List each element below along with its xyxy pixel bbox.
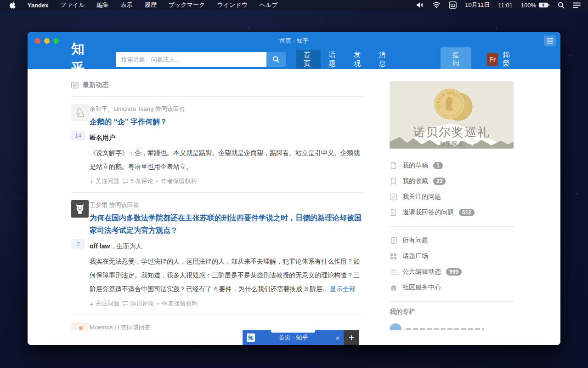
- plus-icon: +: [90, 178, 94, 185]
- feed-item: 王梦雨 赞同该回答 为何在国内多数法学院都还在主张苏联的刑法四要件学说之时，日德…: [71, 193, 363, 308]
- window-title: 首页 - 知乎: [28, 32, 560, 50]
- answerer-avatar-cat[interactable]: [71, 200, 89, 218]
- tab-close-icon[interactable]: ×: [332, 334, 344, 342]
- browser-tabstrip: 知 首页 - 知乎 × +: [243, 330, 359, 345]
- battery-percent: 100%: [521, 2, 536, 9]
- feed-item-meta[interactable]: 王梦雨 赞同该回答: [90, 200, 363, 210]
- sidebar-item-all-questions[interactable]: 所有问题: [390, 233, 514, 248]
- comments-action[interactable]: 5 条评论: [122, 177, 153, 185]
- home-icon: [390, 284, 397, 291]
- spotlight-search-icon[interactable]: [558, 2, 565, 9]
- feed-header-label: 最新动态: [83, 81, 108, 89]
- battery-charging-icon: [538, 2, 549, 8]
- battery-status[interactable]: 100%: [521, 2, 549, 9]
- wifi-icon[interactable]: [432, 2, 441, 8]
- show-all-link[interactable]: 显示全部: [330, 285, 356, 293]
- comment-icon: [122, 301, 129, 307]
- answer-author[interactable]: 匿名用户: [90, 134, 115, 141]
- question-title-link[interactable]: 企鹅的 “企” 字作何解？: [90, 115, 363, 128]
- topics-grid-icon: [390, 253, 397, 260]
- drafts-count-badge: 1: [433, 162, 443, 169]
- menubar-menu-file[interactable]: ファイル: [61, 1, 85, 9]
- rights-label[interactable]: 作者保留权利: [161, 177, 197, 185]
- macos-menubar: Yandex ファイル 編集 表示 履歴 ブックマーク ウインドウ ヘルプ 10…: [0, 0, 588, 10]
- menubar-app-name[interactable]: Yandex: [28, 2, 49, 9]
- ask-question-button[interactable]: 提问: [441, 47, 472, 71]
- feed-item-meta[interactable]: 余和平、Linkzero Tsang 赞同该回答: [90, 104, 363, 114]
- answer-excerpt: 我实在无法忍受，学过法律的人，运用法律的人，却从来不去理解，犯罪论体系有什么作用…: [90, 254, 363, 296]
- answer-excerpt: 《说文解字》：企，举踵也。本义就是踮脚。企望就是企而望，踮脚看。站立是引申义。企…: [90, 146, 363, 173]
- nobel-banner[interactable]: ALFRED.NOBEL 诺贝尔奖巡礼 知乎圆桌: [390, 81, 514, 149]
- collections-count-badge: 23: [433, 178, 446, 185]
- menubar-menu-help[interactable]: ヘルプ: [260, 1, 278, 9]
- menubar-menu-bookmarks[interactable]: ブックマーク: [169, 1, 205, 9]
- nav-tab-discover[interactable]: 发现: [346, 50, 371, 69]
- add-comment-action[interactable]: 添加评论: [122, 299, 154, 308]
- nav-tab-messages[interactable]: 消息: [371, 50, 396, 69]
- tab-title: 首页 - 知乎: [255, 334, 332, 342]
- answerer-avatar-sketch[interactable]: [71, 322, 89, 330]
- column-item-clipped[interactable]: [390, 323, 514, 330]
- search-button[interactable]: [266, 52, 286, 67]
- answerer-avatar-horse[interactable]: ♘: [71, 104, 89, 121]
- answer-author-line[interactable]: off law，生而为人: [90, 242, 363, 251]
- answer-author[interactable]: off law: [90, 242, 110, 250]
- column-avatar: [390, 323, 401, 330]
- menubar-menu-history[interactable]: 履歴: [145, 1, 157, 9]
- sidebar-item-followed-questions[interactable]: 我关注的问题: [390, 189, 514, 205]
- followed-check-icon: [390, 193, 397, 201]
- sidebar-item-topic-square[interactable]: 话题广场: [390, 248, 514, 264]
- answer-actions: +关注问题 添加评论 • 作者保留权利: [90, 299, 363, 308]
- follow-question-action[interactable]: +关注问题: [90, 299, 119, 308]
- user-avatar[interactable]: Fr: [487, 53, 498, 66]
- page-content: 最新动态 ♘ 余和平、Linkzero Tsang 赞同该回答 企鹅的 “企” …: [28, 69, 560, 345]
- feed-column: 最新动态 ♘ 余和平、Linkzero Tsang 赞同该回答 企鹅的 “企” …: [71, 69, 363, 330]
- menubar-menu-window[interactable]: ウインドウ: [217, 1, 248, 9]
- sidebar-item-community-service[interactable]: 社区服务中心: [390, 280, 514, 295]
- rights-label[interactable]: 作者保留权利: [162, 299, 198, 308]
- vote-count-badge[interactable]: 14: [71, 131, 85, 140]
- sidebar-personal-menu: 我的草稿 1 我的收藏 23 我关注的问题 邀请我回答的问题: [390, 158, 514, 220]
- banner-subtitle: 知乎圆桌: [390, 140, 514, 148]
- question-title-link[interactable]: 为何在国内多数法学院都还在主张苏联的刑法四要件学说之时，日德的新理论却被国家司法…: [90, 212, 363, 236]
- new-tab-button[interactable]: +: [344, 330, 359, 345]
- sidebar: ALFRED.NOBEL 诺贝尔奖巡礼 知乎圆桌 我的草稿 1: [390, 69, 514, 330]
- tab-favicon: 知: [247, 334, 255, 342]
- input-method-icon[interactable]: [449, 1, 457, 9]
- all-questions-icon: [390, 237, 397, 244]
- sidebar-item-invited-answers[interactable]: 邀请我回答的问题 512: [390, 205, 514, 220]
- menubar-time[interactable]: 11:01: [498, 2, 513, 9]
- sidebar-item-collections[interactable]: 我的收藏 23: [390, 173, 514, 189]
- sidebar-site-menu: 所有问题 话题广场 公共编辑动态 999 社区服务中心: [390, 233, 514, 295]
- sidebar-item-drafts[interactable]: 我的草稿 1: [390, 158, 514, 173]
- banner-title: 诺贝尔奖巡礼: [390, 124, 514, 140]
- search-input[interactable]: [116, 52, 266, 67]
- browser-tab-zhihu[interactable]: 知 首页 - 知乎 ×: [243, 330, 344, 345]
- sidebar-item-public-edits[interactable]: 公共编辑动态 999: [390, 264, 514, 280]
- tab-active-indicator: [271, 330, 315, 333]
- browser-menu-button[interactable]: [544, 35, 556, 46]
- invites-count-badge: 512: [459, 209, 475, 216]
- vote-count-badge[interactable]: 2: [71, 239, 85, 249]
- main-nav: 首页 话题 发现 消息: [296, 50, 396, 69]
- follow-question-action[interactable]: +关注问题: [90, 177, 119, 185]
- feed-item-meta[interactable]: Moemoe Li 赞同该回答: [90, 322, 363, 330]
- notification-center-icon[interactable]: [573, 2, 581, 8]
- invite-doc-icon: [390, 209, 397, 216]
- comment-icon: [122, 178, 129, 184]
- username[interactable]: 錦榮: [503, 51, 514, 68]
- menubar-menu-view[interactable]: 表示: [121, 1, 133, 9]
- menubar-menu-edit[interactable]: 編集: [97, 1, 109, 9]
- volume-icon[interactable]: [416, 2, 424, 8]
- menubar-date[interactable]: 10月11日: [465, 1, 490, 9]
- answer-author-line[interactable]: 匿名用户: [90, 133, 363, 143]
- bookmark-icon: [390, 178, 397, 185]
- plus-icon: +: [90, 300, 94, 308]
- apple-logo-icon[interactable]: [9, 1, 16, 9]
- nav-tab-topics[interactable]: 话题: [321, 50, 346, 69]
- zhihu-header: 知乎 首页 话题 发现 消息 提问 Fr 錦榮: [28, 50, 560, 69]
- nav-tab-home[interactable]: 首页: [296, 50, 321, 69]
- answer-actions: +关注问题 5 条评论 • 作者保留权利: [90, 177, 363, 185]
- dot-separator: •: [156, 178, 158, 185]
- window-titlebar[interactable]: 首页 - 知乎: [28, 32, 560, 50]
